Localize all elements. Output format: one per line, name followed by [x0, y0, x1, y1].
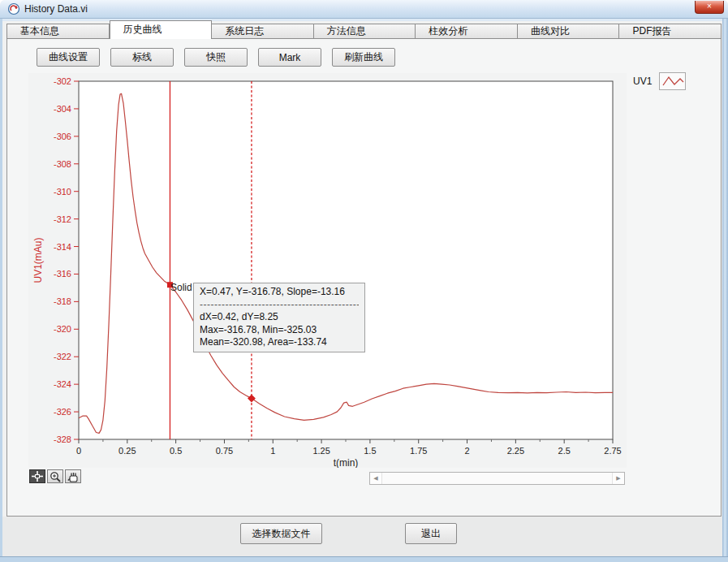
tab-bar: 基本信息历史曲线系统日志方法信息柱效分析曲线对比PDF报告 — [6, 20, 722, 39]
svg-text:-314: -314 — [54, 242, 71, 252]
svg-text:-316: -316 — [54, 269, 71, 279]
scroll-right-arrow-icon[interactable]: ▶ — [613, 473, 624, 484]
x-axis-label: t(min) — [334, 457, 359, 468]
svg-text:0: 0 — [76, 446, 81, 456]
close-icon: × — [707, 2, 712, 11]
svg-text:-322: -322 — [54, 352, 71, 361]
svg-text:-304: -304 — [54, 104, 71, 114]
mark-button[interactable]: Mark — [258, 48, 321, 67]
svg-text:1.25: 1.25 — [312, 446, 330, 456]
tooltip-line: X=0.47, Y=-316.78, Slope=-13.16 — [200, 286, 359, 299]
svg-text:-302: -302 — [54, 76, 71, 86]
select-data-file-button[interactable]: 选择数据文件 — [240, 523, 322, 544]
tab-history-curve[interactable]: 历史曲线 — [110, 20, 213, 39]
svg-text:-318: -318 — [54, 296, 71, 306]
tab-column-efficiency[interactable]: 柱效分析 — [416, 24, 518, 39]
svg-text:-308: -308 — [54, 159, 71, 169]
tab-pdf-report[interactable]: PDF报告 — [619, 24, 722, 39]
snapshot-button[interactable]: 快照 — [184, 48, 248, 67]
legend-line-icon — [660, 73, 685, 89]
svg-text:-324: -324 — [54, 379, 71, 389]
app-window: History Data.vi × 基本信息历史曲线系统日志方法信息柱效分析曲线… — [0, 0, 728, 562]
tooltip-line: dX=0.42, dY=8.25 — [200, 311, 359, 324]
svg-text:1: 1 — [270, 446, 275, 456]
legend-label: UV1 — [633, 76, 652, 87]
close-button[interactable]: × — [695, 1, 724, 14]
svg-text:-326: -326 — [54, 407, 71, 417]
svg-text:0.25: 0.25 — [118, 446, 136, 456]
graph-palette — [29, 469, 81, 483]
crosshair-icon — [31, 471, 44, 482]
y-axis-label: UV1(mAu) — [32, 237, 44, 283]
svg-text:-312: -312 — [54, 214, 71, 224]
svg-text:-310: -310 — [54, 187, 71, 197]
tab-curve-compare[interactable]: 曲线对比 — [518, 24, 620, 39]
y-axis: -302-304-306-308-310-312-314-316-318-320… — [32, 76, 79, 444]
graph-hscrollbar[interactable]: ◀ ▶ — [369, 472, 625, 485]
pan-tool[interactable] — [65, 469, 81, 483]
graph-legend: UV1 — [633, 72, 686, 90]
tab-method-info[interactable]: 方法信息 — [314, 24, 416, 39]
refresh-curve-button[interactable]: 刷新曲线 — [332, 48, 395, 67]
curve-toolbar: 曲线设置标线快照Mark刷新曲线 — [37, 48, 395, 67]
svg-text:-306: -306 — [54, 132, 71, 141]
legend-plot-style[interactable] — [659, 72, 686, 90]
svg-text:-320: -320 — [54, 324, 71, 334]
footer-strip — [2, 517, 722, 556]
window-title: History Data.vi — [24, 3, 88, 15]
svg-text:2.5: 2.5 — [558, 446, 571, 456]
hand-icon — [67, 471, 80, 482]
graph-panel: -302-304-306-308-310-312-314-316-318-320… — [28, 73, 627, 468]
cursor-tooltip: X=0.47, Y=-316.78, Slope=-13.16---------… — [193, 283, 365, 352]
svg-text:1.5: 1.5 — [364, 446, 376, 456]
scroll-left-arrow-icon[interactable]: ◀ — [370, 473, 381, 484]
svg-text:2: 2 — [464, 446, 469, 456]
x-axis: 00.250.50.7511.251.51.7522.252.52.75t(mi… — [76, 439, 622, 468]
tab-basic-info[interactable]: 基本信息 — [6, 24, 110, 39]
vi-icon — [7, 2, 20, 15]
waveform-graph[interactable]: -302-304-306-308-310-312-314-316-318-320… — [28, 73, 627, 468]
marker-line-button[interactable]: 标线 — [110, 48, 174, 67]
scrollbar-track[interactable] — [381, 473, 613, 484]
cursor-move-tool[interactable] — [29, 469, 45, 483]
svg-text:0.5: 0.5 — [170, 446, 182, 456]
svg-text:1.75: 1.75 — [410, 446, 427, 456]
frame-bottom — [0, 556, 728, 562]
exit-button[interactable]: 退出 — [405, 523, 457, 544]
tooltip-line: Mean=-320.98, Area=-133.74 — [200, 336, 359, 349]
cursor-name-label: Solid — [170, 282, 192, 293]
svg-text:0.75: 0.75 — [216, 446, 233, 456]
plot-area[interactable] — [79, 81, 613, 439]
frame-right — [722, 18, 728, 556]
tab-system-log[interactable]: 系统日志 — [212, 24, 314, 39]
svg-text:2.75: 2.75 — [604, 446, 621, 456]
magnifier-icon — [49, 471, 62, 482]
svg-text:2.25: 2.25 — [507, 446, 524, 456]
frame-left — [0, 18, 2, 556]
curve-settings-button[interactable]: 曲线设置 — [37, 48, 100, 67]
tooltip-line: Max=-316.78, Min=-325.03 — [200, 324, 359, 337]
zoom-tool[interactable] — [47, 469, 63, 483]
svg-text:-328: -328 — [54, 434, 71, 444]
tooltip-separator: ----------------------------------------… — [200, 299, 359, 312]
title-bar: History Data.vi — [0, 0, 728, 19]
